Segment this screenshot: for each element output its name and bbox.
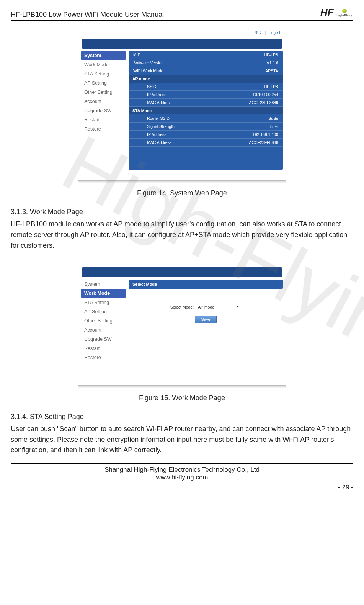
sidebar-item-work-mode[interactable]: Work Mode	[81, 60, 126, 69]
work-mode-panel: Select Mode Select Mode: AP mode ▼ Save	[129, 280, 283, 362]
row-sta-signal: Signal Strength58%	[129, 123, 283, 131]
row-sw-version: Software VersionV1.1.6	[129, 59, 283, 67]
row-sta-ip: IP Address192.168.1.100	[129, 131, 283, 139]
sidebar-item-ap-setting[interactable]: AP Setting	[81, 307, 126, 316]
sidebar-item-sta-setting[interactable]: STA Setting	[81, 298, 126, 307]
lang-sep: |	[265, 31, 266, 35]
sidebar-item-upgrade-sw[interactable]: Upgrade SW	[81, 106, 126, 115]
sidebar: System Work Mode STA Setting AP Setting …	[81, 51, 126, 170]
footer-url: www.hi-flying.com	[11, 474, 353, 481]
row-sta-mac: MAC AddressACCF23FF8888	[129, 139, 283, 147]
fig14-shadow	[78, 181, 286, 183]
sidebar-item-system[interactable]: System	[81, 51, 126, 60]
fig15-shadow	[78, 386, 286, 388]
heading-3-1-4: 3.1.4. STA Setting Page	[11, 413, 353, 421]
row-sta-router-ssid: Router SSIDSuSu	[129, 114, 283, 123]
heading-3-1-3: 3.1.3. Work Mode Page	[11, 208, 353, 216]
sidebar-item-restart[interactable]: Restart	[81, 344, 126, 353]
figure-15-caption: Figure 15. Work Mode Page	[11, 394, 353, 402]
banner-15	[82, 267, 282, 277]
chevron-down-icon: ▼	[236, 305, 239, 309]
lang-switch: 中文 | English	[78, 28, 286, 38]
figure-14-screenshot: 中文 | English System Work Mode STA Settin…	[78, 28, 286, 181]
row-ap-ssid: SSIDHF-LPB	[129, 83, 283, 91]
lang-cn[interactable]: 中文	[255, 31, 263, 35]
panel-title: Select Mode	[129, 280, 283, 289]
save-button[interactable]: Save	[195, 316, 217, 323]
sidebar-item-ap-setting[interactable]: AP Setting	[81, 78, 126, 88]
brand-dot-icon	[342, 9, 347, 13]
select-mode-value: AP mode	[198, 305, 214, 309]
lang-switch-15	[78, 257, 286, 267]
sidebar-15: System Work Mode STA Setting AP Setting …	[81, 280, 126, 362]
para-3-1-3: HF-LPB100 module can works at AP mode to…	[11, 219, 353, 251]
subheader-sta-mode: STA Mode	[129, 107, 283, 114]
sidebar-item-system[interactable]: System	[81, 280, 126, 289]
select-mode-label: Select Mode:	[170, 305, 194, 309]
sidebar-item-work-mode[interactable]: Work Mode	[81, 289, 126, 298]
sidebar-item-account[interactable]: Account	[81, 325, 126, 335]
page-footer: Shanghai High-Flying Electronics Technol…	[11, 463, 353, 491]
figure-14-caption: Figure 14. System Web Page	[11, 189, 353, 197]
sidebar-item-other-setting[interactable]: Other Setting	[81, 316, 126, 325]
sidebar-item-sta-setting[interactable]: STA Setting	[81, 69, 126, 78]
footer-company: Shanghai High-Flying Electronics Technol…	[11, 466, 353, 474]
banner	[82, 39, 282, 49]
brand-sub: High-Flying	[336, 13, 353, 17]
sidebar-item-restart[interactable]: Restart	[81, 115, 126, 124]
sidebar-item-account[interactable]: Account	[81, 97, 126, 106]
sidebar-item-other-setting[interactable]: Other Setting	[81, 88, 126, 97]
system-panel: MIDHF-LPB Software VersionV1.1.6 WIFI Wo…	[129, 51, 283, 170]
doc-title: HF-LPB100 Low Power WiFi Module User Man…	[11, 11, 164, 19]
figure-15-screenshot: System Work Mode STA Setting AP Setting …	[78, 257, 286, 386]
row-ap-ip: IP Address10.10.100.254	[129, 91, 283, 99]
doc-header: HF-LPB100 Low Power WiFi Module User Man…	[11, 7, 353, 21]
row-wifi-mode: WIFI Work ModeAPSTA	[129, 67, 283, 75]
lang-en[interactable]: English	[269, 31, 281, 35]
row-mid: MIDHF-LPB	[129, 51, 283, 59]
brand-text: HF	[320, 7, 334, 19]
sidebar-item-restore[interactable]: Restore	[81, 353, 126, 362]
row-ap-mac: MAC AddressACCF23FF8889	[129, 99, 283, 107]
brand-logo: HF High-Flying	[320, 7, 353, 19]
page-number: - 29 -	[11, 484, 353, 491]
sidebar-item-upgrade-sw[interactable]: Upgrade SW	[81, 335, 126, 344]
subheader-ap-mode: AP mode	[129, 75, 283, 83]
select-mode-dropdown[interactable]: AP mode ▼	[196, 304, 241, 310]
para-3-1-4: User can push "Scan" button to auto sear…	[11, 424, 353, 456]
sidebar-item-restore[interactable]: Restore	[81, 124, 126, 134]
